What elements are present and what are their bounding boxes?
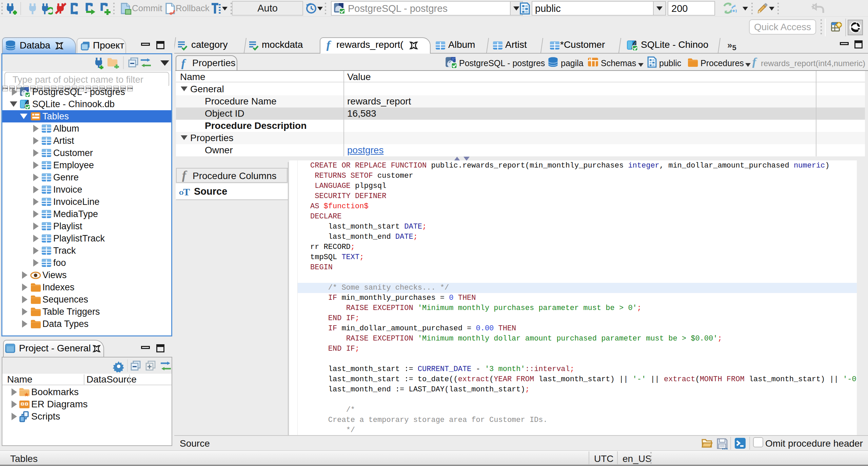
svg-text:f: f	[752, 56, 757, 68]
svg-text:f: f	[182, 170, 188, 182]
svg-text:f: f	[181, 58, 186, 69]
svg-text:f: f	[326, 39, 332, 51]
